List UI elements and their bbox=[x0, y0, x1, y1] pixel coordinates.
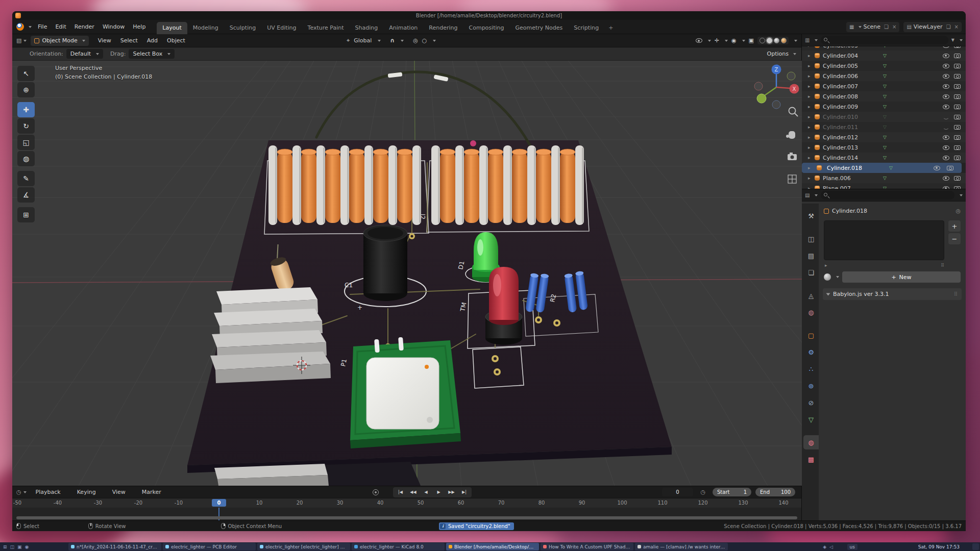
timeline-scrollbar[interactable] bbox=[16, 516, 797, 519]
transform-orientation-icon[interactable]: ⌖ bbox=[347, 37, 350, 44]
taskbar-window-button[interactable]: electric_lighter — KiCad 8.0 bbox=[352, 543, 445, 550]
outliner-row[interactable]: ▸Cylinder.013▽ bbox=[802, 142, 966, 153]
taskbar-window-button[interactable]: amalie — [clamav] /w wants internet-clou… bbox=[635, 543, 728, 550]
outliner-editor-icon[interactable]: ▥ bbox=[805, 37, 810, 43]
wireframe-shading-icon[interactable] bbox=[760, 38, 765, 43]
properties-tab-render[interactable]: ◫ bbox=[803, 232, 819, 246]
unlink-scene-icon[interactable]: × bbox=[892, 24, 896, 30]
gizmo-minus-z[interactable] bbox=[772, 101, 780, 109]
tool-transform[interactable]: ◍ bbox=[17, 151, 35, 166]
3d-scene[interactable]: C1 + D1 TM R1 R2 P1 I2 bbox=[12, 61, 802, 486]
outliner-row[interactable]: ▸Plane.006▽ bbox=[802, 173, 966, 183]
outliner-row[interactable]: ▸Plane.007▽ bbox=[802, 183, 966, 189]
window-titlebar[interactable]: Blender [/home/amalie/Desktop/blender/ci… bbox=[12, 11, 966, 20]
tool-scale[interactable]: ◱ bbox=[17, 135, 35, 150]
outliner-row[interactable]: ▸Cylinder.011▽ bbox=[802, 122, 966, 132]
addon-panel-header[interactable]: Babylon.js ver 3.3.1 ⠿ bbox=[823, 288, 962, 300]
frame-start-field[interactable]: Start 1 bbox=[713, 488, 751, 496]
workspace-tab-modeling[interactable]: Modeling bbox=[187, 22, 224, 34]
properties-tab-constraints[interactable]: ⊘ bbox=[803, 395, 819, 410]
filter-icon[interactable]: ▼ bbox=[951, 38, 954, 42]
render-visibility-camera-icon[interactable] bbox=[954, 94, 961, 99]
properties-tab-object-data[interactable]: ▽ bbox=[803, 412, 819, 427]
camera-view-icon[interactable] bbox=[788, 153, 797, 160]
timeline-menu-marker[interactable]: Marker bbox=[138, 487, 165, 497]
visibility-eye-icon[interactable] bbox=[943, 94, 949, 99]
visibility-eye-icon[interactable] bbox=[943, 64, 949, 68]
menu-edit[interactable]: Edit bbox=[51, 22, 70, 32]
viewport-menu-select[interactable]: Select bbox=[116, 36, 142, 45]
outliner-row[interactable]: ▸Cylinder.009▽ bbox=[802, 102, 966, 112]
timeline-editor-icon[interactable]: ◷ bbox=[16, 489, 21, 495]
render-visibility-camera-icon[interactable] bbox=[954, 186, 961, 189]
viewport-canvas[interactable]: C1 + D1 TM R1 R2 P1 I2 bbox=[12, 61, 802, 486]
orientation-dropdown[interactable]: Default bbox=[66, 49, 103, 59]
slot-expand-icon[interactable]: ▸ bbox=[825, 263, 827, 268]
workspace-tab-sculpting[interactable]: Sculpting bbox=[224, 22, 261, 34]
taskbar-window-button[interactable]: electric_lighter — PCB Editor bbox=[163, 543, 256, 550]
properties-tab-modifiers[interactable]: ⚙ bbox=[803, 345, 819, 359]
capacitor-bank-right[interactable] bbox=[431, 145, 584, 225]
properties-editor-icon[interactable]: ▤ bbox=[805, 192, 810, 198]
disclosure-triangle[interactable]: ▸ bbox=[808, 135, 815, 140]
visibility-eye-icon[interactable] bbox=[943, 125, 949, 130]
render-visibility-camera-icon[interactable] bbox=[954, 64, 961, 68]
disclosure-triangle[interactable]: ▸ bbox=[808, 114, 815, 119]
battery-holder[interactable] bbox=[350, 337, 461, 448]
visibility-dropdown-icon[interactable] bbox=[696, 38, 702, 43]
tool-measure[interactable]: ∡ bbox=[17, 187, 35, 203]
show-desktop-icon[interactable]: ◉ bbox=[25, 544, 29, 549]
visibility-eye-icon[interactable] bbox=[943, 105, 949, 109]
disclosure-triangle[interactable]: ▸ bbox=[808, 94, 815, 99]
orientation-label[interactable]: Global bbox=[354, 37, 372, 44]
outliner-row[interactable]: ▸Cylinder.014▽ bbox=[802, 153, 966, 163]
outliner-row[interactable]: ▸Cylinder.005▽ bbox=[802, 61, 966, 71]
outliner-search-input[interactable] bbox=[831, 36, 946, 44]
disclosure-triangle[interactable]: ▸ bbox=[808, 84, 815, 89]
new-scene-icon[interactable]: ❏ bbox=[884, 24, 889, 30]
render-visibility-camera-icon[interactable] bbox=[954, 135, 961, 140]
visibility-eye-icon[interactable] bbox=[943, 54, 949, 58]
timeline-ruler[interactable]: -50-40-30-20-100102030405060708090100110… bbox=[12, 498, 801, 508]
disclosure-triangle[interactable]: ▸ bbox=[808, 124, 815, 130]
disclosure-triangle[interactable]: ▸ bbox=[808, 176, 815, 181]
visibility-eye-icon[interactable] bbox=[943, 46, 949, 48]
render-visibility-camera-icon[interactable] bbox=[954, 105, 961, 109]
disclosure-triangle[interactable]: ▸ bbox=[808, 104, 815, 109]
properties-tab-view-layer[interactable]: ❏ bbox=[803, 265, 819, 280]
render-visibility-camera-icon[interactable] bbox=[954, 54, 961, 58]
disclosure-triangle[interactable]: ▸ bbox=[808, 53, 815, 58]
taskbar-window-button[interactable]: Blender [/home/amalie/Desktop/blender/ci… bbox=[446, 543, 539, 550]
next-keyframe-button[interactable]: ▶▶ bbox=[445, 488, 458, 496]
visibility-eye-icon[interactable] bbox=[943, 135, 949, 140]
keyboard-layout[interactable]: us bbox=[847, 544, 857, 550]
falloff-icon[interactable]: ○ bbox=[422, 37, 427, 44]
timeline-menu-view[interactable]: View bbox=[108, 487, 130, 497]
gizmo-minus-y[interactable] bbox=[787, 72, 795, 80]
workspace-tab-texture-paint[interactable]: Texture Paint bbox=[302, 22, 350, 34]
magenta-cap[interactable] bbox=[470, 140, 476, 146]
options-dropdown[interactable]: Options bbox=[767, 51, 796, 57]
render-visibility-camera-icon[interactable] bbox=[954, 176, 961, 181]
workspace-tab-layout[interactable]: Layout bbox=[157, 22, 187, 34]
disclosure-triangle[interactable]: ▸ bbox=[808, 186, 815, 189]
tool-add-cube[interactable]: ⊞ bbox=[17, 207, 35, 222]
proportional-editing-icon[interactable]: ◎ bbox=[413, 37, 418, 44]
gizmo-y-axis[interactable] bbox=[757, 94, 766, 103]
visibility-eye-icon[interactable] bbox=[943, 84, 949, 89]
properties-tab-tool[interactable]: ⚒ bbox=[803, 209, 819, 223]
render-visibility-camera-icon[interactable] bbox=[954, 84, 961, 89]
properties-tab-texture[interactable]: ▩ bbox=[803, 452, 819, 466]
material-browse-icon[interactable] bbox=[824, 273, 831, 281]
properties-tab-world[interactable]: ◍ bbox=[803, 305, 819, 319]
disclosure-triangle[interactable]: ▸ bbox=[808, 63, 815, 68]
outliner-row[interactable]: ▸Cylinder.010▽ bbox=[802, 112, 966, 122]
timeline-menu-keying[interactable]: Keying bbox=[73, 487, 100, 497]
play-button[interactable]: ▶ bbox=[432, 488, 445, 496]
tool-annotate[interactable]: ✎ bbox=[17, 171, 35, 186]
viewport-menu-add[interactable]: Add bbox=[143, 36, 162, 45]
capacitor-c1[interactable] bbox=[363, 225, 407, 301]
visibility-eye-icon[interactable] bbox=[943, 176, 949, 181]
prev-frame-button[interactable]: ◀ bbox=[420, 488, 432, 496]
disclosure-triangle[interactable]: ▸ bbox=[808, 155, 815, 160]
